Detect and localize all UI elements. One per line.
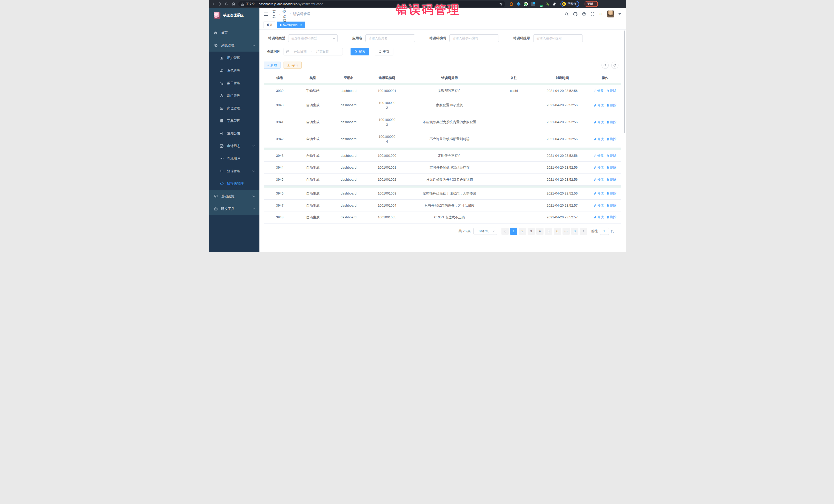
sidebar-item-audit-log[interactable]: 审计日志 xyxy=(208,139,259,152)
page-number-button[interactable]: ••• xyxy=(563,227,570,235)
browser-reload-icon[interactable] xyxy=(224,1,230,7)
sidebar-item-infra[interactable]: 基础设施 xyxy=(208,190,259,202)
error-type-select[interactable] xyxy=(288,35,338,42)
sidebar-item-label: 短信管理 xyxy=(227,169,240,174)
address-bar[interactable]: 不安全 dashboard.yudao.iocoder.cn/system/er… xyxy=(238,1,505,7)
cell-actions: 修改 删除 xyxy=(589,100,621,111)
edit-link[interactable]: 修改 xyxy=(594,103,604,108)
date-end-input[interactable] xyxy=(313,50,332,53)
sidebar-item-posts[interactable]: 岗位管理 xyxy=(208,102,259,114)
font-size-icon[interactable]: TT xyxy=(599,12,603,16)
bookmark-star-icon[interactable] xyxy=(499,2,503,6)
sidebar-item-home[interactable]: 首页 xyxy=(208,26,259,39)
extension-list-icon[interactable]: on xyxy=(538,2,542,6)
sidebar-item-depts[interactable]: 部门管理 xyxy=(208,89,259,102)
page-number-button[interactable]: 1 xyxy=(510,227,517,235)
sidebar-item-roles[interactable]: 角色管理 xyxy=(208,64,259,77)
github-icon[interactable] xyxy=(573,12,578,17)
app-logo[interactable]: 芋道管理系统 xyxy=(208,8,259,23)
delete-link[interactable]: 删除 xyxy=(607,153,616,158)
edit-link[interactable]: 修改 xyxy=(594,177,604,182)
cell-memo xyxy=(492,190,535,197)
page-number-button[interactable]: 8 xyxy=(571,227,578,235)
extension-gem-icon[interactable] xyxy=(517,2,521,6)
sidebar-item-users[interactable]: 用户管理 xyxy=(208,51,259,64)
edit-link[interactable]: 修改 xyxy=(594,153,604,158)
extension-ring-icon[interactable] xyxy=(509,2,514,6)
header-search-icon[interactable] xyxy=(565,12,569,16)
sidebar-item-menus[interactable]: 菜单管理 xyxy=(208,77,259,89)
avatar-caret-down-icon[interactable] xyxy=(618,13,621,15)
edit-link[interactable]: 修改 xyxy=(594,88,604,93)
browser-menu-dots-icon[interactable] xyxy=(595,3,595,6)
delete-link[interactable]: 删除 xyxy=(607,88,616,93)
fullscreen-icon[interactable] xyxy=(591,12,595,16)
hide-search-button[interactable] xyxy=(601,62,609,69)
sidebar-item-error-code[interactable]: 错误码管理 xyxy=(208,177,259,190)
browser-update-button[interactable]: 更新 xyxy=(585,1,598,7)
add-button[interactable]: + 新增 xyxy=(264,62,281,69)
error-msg-input[interactable] xyxy=(533,35,583,42)
page-size-select[interactable]: 10条/页 xyxy=(474,227,497,235)
page-number-button[interactable]: 2 xyxy=(519,227,526,235)
chevron-down-icon xyxy=(253,170,255,172)
prev-page-button[interactable] xyxy=(501,227,509,235)
sidebar-item-sms[interactable]: 短信管理 xyxy=(208,165,259,177)
refresh-table-button[interactable] xyxy=(611,62,618,69)
breadcrumb-home[interactable]: 首页 xyxy=(272,9,277,19)
delete-link[interactable]: 删除 xyxy=(607,203,616,208)
delete-link[interactable]: 删除 xyxy=(607,120,616,125)
extension-key-icon[interactable] xyxy=(545,2,549,6)
hamburger-icon[interactable] xyxy=(264,13,268,16)
export-button[interactable]: 导出 xyxy=(284,62,302,69)
edit-link[interactable]: 修改 xyxy=(594,165,604,170)
browser-back-icon[interactable] xyxy=(211,1,216,7)
edit-link[interactable]: 修改 xyxy=(594,137,604,141)
page-number-button[interactable]: 5 xyxy=(545,227,552,235)
url-text[interactable]: dashboard.yudao.iocoder.cn/system/error-… xyxy=(259,2,323,6)
app-name-input[interactable] xyxy=(366,35,415,42)
delete-link[interactable]: 删除 xyxy=(607,137,616,141)
sidebar-menu: 首页 系统管理 用户管理 xyxy=(208,23,259,215)
extension-grid-icon[interactable] xyxy=(531,2,535,6)
sidebar-item-system[interactable]: 系统管理 xyxy=(208,39,259,51)
delete-link[interactable]: 删除 xyxy=(607,177,616,182)
date-start-input[interactable] xyxy=(291,50,309,53)
user-avatar[interactable] xyxy=(607,10,614,18)
reset-button[interactable]: 重置 xyxy=(375,48,393,56)
tab-error-code[interactable]: 错误码管理 × xyxy=(277,22,305,28)
page-number-button[interactable]: 3 xyxy=(528,227,535,235)
page-number-button[interactable]: 6 xyxy=(554,227,561,235)
browser-forward-icon[interactable] xyxy=(217,1,223,7)
help-icon[interactable] xyxy=(582,12,586,16)
extensions-puzzle-icon[interactable] xyxy=(552,2,556,6)
goto-page-input[interactable] xyxy=(600,227,609,235)
not-secure-label[interactable]: 不安全 xyxy=(246,2,255,6)
delete-link[interactable]: 删除 xyxy=(607,191,616,196)
page-scrollbar[interactable] xyxy=(623,8,626,252)
profile-paused-pill[interactable]: 已暂停 xyxy=(561,1,579,7)
edit-link[interactable]: 修改 xyxy=(594,215,604,220)
scrollbar-thumb[interactable] xyxy=(624,30,626,133)
search-button[interactable]: 搜索 xyxy=(351,48,369,56)
next-page-button[interactable] xyxy=(580,227,587,235)
sidebar-item-notice[interactable]: 通知公告 xyxy=(208,127,259,139)
delete-link[interactable]: 删除 xyxy=(607,165,616,170)
date-range-picker[interactable]: - xyxy=(284,48,343,56)
sidebar-item-online-users[interactable]: 在线用户 xyxy=(208,152,259,165)
edit-link[interactable]: 修改 xyxy=(594,191,604,196)
tab-close-icon[interactable]: × xyxy=(301,23,302,26)
cell-app: dashboard xyxy=(330,212,367,223)
sidebar-item-dict[interactable]: 字典管理 xyxy=(208,114,259,127)
error-code-input[interactable] xyxy=(449,35,499,42)
delete-link[interactable]: 删除 xyxy=(607,103,616,108)
delete-link[interactable]: 删除 xyxy=(607,215,616,220)
extension-v-icon[interactable]: V xyxy=(524,2,528,6)
tab-home[interactable]: 首页 xyxy=(264,22,275,28)
page-number-button[interactable]: 4 xyxy=(536,227,544,235)
edit-link[interactable]: 修改 xyxy=(594,203,604,208)
table-row: 3948 自动生成 dashboard 1001001005 CRON 表达式不… xyxy=(264,212,621,223)
browser-home-icon[interactable] xyxy=(231,1,236,7)
edit-link[interactable]: 修改 xyxy=(594,120,604,125)
sidebar-item-dev-tools[interactable]: 研发工具 xyxy=(208,202,259,215)
